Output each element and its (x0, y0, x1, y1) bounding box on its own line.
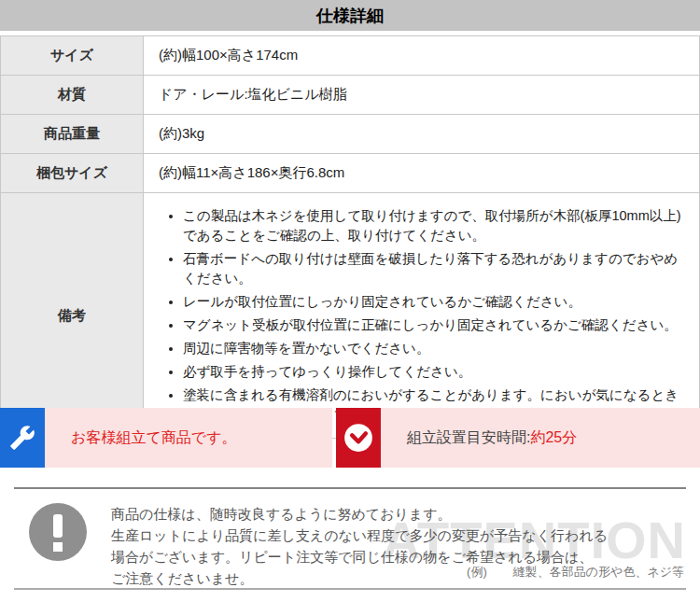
remark-item: 周辺に障害物等を置かないでください。 (183, 339, 690, 358)
notice-band: お客様組立て商品です。 組立設置目安時間:約25分 (0, 408, 700, 468)
assembly-time-notice: 組立設置目安時間:約25分 (336, 408, 700, 468)
wrench-icon (0, 408, 45, 468)
assembly-time-value: 約25分 (530, 428, 577, 448)
remark-item: マグネット受板が取付位置に正確にしっかり固定されているかご確認ください。 (183, 315, 690, 335)
remark-item: 石膏ボードへの取り付けは壁面を破損したり落下する恐れがありますのでおやめください… (183, 249, 690, 288)
assembly-notice: お客様組立て商品です。 (0, 408, 332, 468)
spec-value-package-size: (約)幅11×高さ186×奥行6.8cm (144, 154, 700, 193)
table-row: 材質 ドア・レール:塩化ビニル樹脂 (1, 76, 700, 115)
remark-item: レールが取付位置にしっかり固定されているかご確認ください。 (183, 292, 690, 312)
attention-box: ATTENTION 商品の仕様は、随時改良するように努めております。 生産ロット… (14, 487, 686, 590)
table-row: 梱包サイズ (約)幅11×高さ186×奥行6.8cm (1, 154, 700, 193)
remark-item: この製品は木ネジを使用して取り付けますので、取付場所が木部(板厚10mm以上)で… (183, 206, 690, 245)
spec-detail-section: 仕様詳細 サイズ (約)幅100×高さ174cm 材質 ドア・レール:塩化ビニル… (0, 0, 700, 616)
attention-line: 商品の仕様は、随時改良するように努めております。 (111, 503, 608, 525)
attention-example-label: (例) (467, 565, 487, 579)
remarks-list: この製品は木ネジを使用して取り付けますので、取付場所が木部(板厚10mm以上)で… (159, 206, 690, 425)
assembly-time-label: 組立設置目安時間: (407, 428, 530, 448)
section-title: 仕様詳細 (316, 5, 384, 27)
section-title-bar: 仕様詳細 (0, 0, 700, 31)
table-row: サイズ (約)幅100×高さ174cm (1, 36, 700, 76)
exclamation-icon (29, 503, 87, 561)
attention-example-text: 縫製、各部品の形や色、ネジ等 (513, 565, 684, 579)
attention-example: (例)縫製、各部品の形や色、ネジ等 (467, 564, 684, 581)
spec-label-weight: 商品重量 (1, 115, 144, 154)
attention-line: 生産ロットにより品質に差し支えのない程度で多少の変更が予告なく行われる (111, 525, 608, 546)
spec-label-size: サイズ (1, 36, 144, 76)
spec-value-material: ドア・レール:塩化ビニル樹脂 (144, 76, 700, 115)
clock-check-icon (336, 408, 381, 468)
spec-value-size: (約)幅100×高さ174cm (144, 36, 700, 76)
assembly-notice-body: お客様組立て商品です。 (45, 408, 237, 468)
spec-table: サイズ (約)幅100×高さ174cm 材質 ドア・レール:塩化ビニル樹脂 商品… (0, 35, 700, 439)
table-row: 商品重量 (約)3kg (1, 115, 700, 154)
table-row-remarks: 備考 この製品は木ネジを使用して取り付けますので、取付場所が木部(板厚10mm以… (1, 193, 700, 439)
spec-value-remarks: この製品は木ネジを使用して取り付けますので、取付場所が木部(板厚10mm以上)で… (144, 193, 700, 439)
assembly-time-body: 組立設置目安時間:約25分 (381, 408, 577, 468)
spec-label-material: 材質 (1, 76, 144, 115)
remark-item: 必ず取手を持ってゆっくり操作してください。 (183, 362, 690, 382)
spec-label-remarks: 備考 (1, 193, 144, 439)
assembly-notice-text: お客様組立て商品です。 (71, 428, 237, 448)
spec-value-weight: (約)3kg (144, 115, 700, 154)
spec-label-package-size: 梱包サイズ (1, 154, 144, 193)
